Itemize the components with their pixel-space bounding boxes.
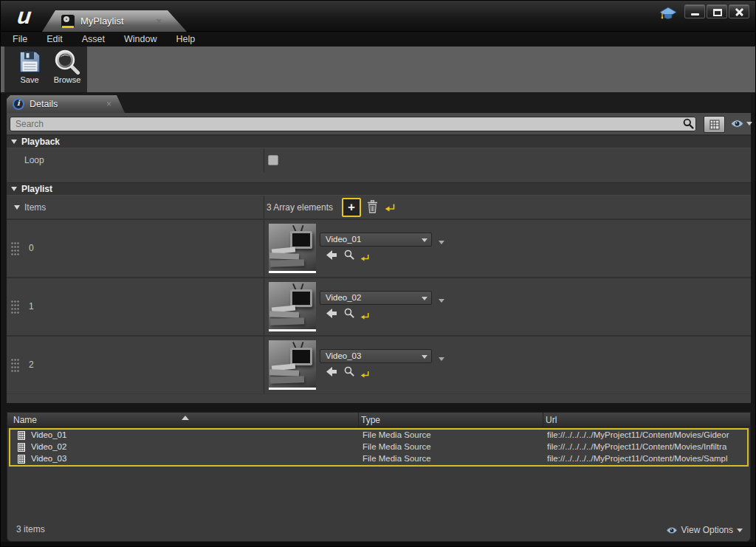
column-splitter[interactable] (264, 148, 264, 172)
menu-item-edit[interactable]: Edit (37, 32, 72, 47)
expand-arrow-icon (11, 187, 17, 191)
chevron-down-icon (422, 238, 427, 242)
element-index: 1 (29, 301, 34, 312)
drag-handle[interactable] (11, 300, 20, 314)
menu-item-asset[interactable]: Asset (72, 32, 114, 47)
close-tab-icon[interactable]: × (156, 16, 162, 27)
media-name: Video_02 (31, 442, 66, 451)
category-playback[interactable]: Playback (7, 135, 751, 148)
column-splitter[interactable] (264, 196, 264, 219)
use-selected-asset-button[interactable] (326, 366, 337, 380)
details-tab-label: Details (30, 99, 58, 109)
browse-to-asset-button[interactable] (344, 366, 354, 379)
column-header-type[interactable]: Type (361, 415, 380, 425)
unreal-logo: u (8, 1, 41, 30)
playlist-asset-icon (61, 15, 75, 28)
use-selected-asset-button[interactable] (326, 250, 337, 264)
media-row[interactable]: Video_02 File Media Source file://../../… (10, 441, 747, 453)
search-input[interactable] (10, 117, 696, 131)
selected-asset-label: Video_02 (326, 293, 361, 302)
selected-rows-group: Video_01 File Media Source file://../../… (9, 428, 749, 467)
asset-select-dropdown[interactable]: Video_01 (320, 233, 432, 247)
empty-array-button[interactable] (367, 200, 378, 216)
window-bottom-edge (1, 542, 756, 547)
media-row[interactable]: Video_01 File Media Source file://../../… (10, 430, 747, 441)
table-header: Name Type Url (7, 413, 750, 427)
use-selected-asset-button[interactable] (326, 308, 337, 322)
element-options-chevron-icon[interactable] (439, 241, 444, 244)
browse-to-asset-button[interactable] (344, 308, 354, 321)
column-splitter[interactable] (264, 220, 264, 277)
property-row-loop: Loop (7, 148, 751, 172)
element-options-chevron-icon[interactable] (439, 357, 444, 361)
display-filter-button[interactable] (730, 119, 752, 128)
element-index: 2 (29, 359, 34, 370)
column-header-name[interactable]: Name (13, 415, 37, 425)
column-divider[interactable] (543, 413, 543, 427)
details-info-icon (13, 98, 24, 110)
eye-icon (730, 119, 744, 128)
array-element-row: 0 Video_01 (7, 219, 751, 277)
asset-tab-myplaylist[interactable]: MyPlaylist × (42, 10, 187, 32)
chevron-down-icon (746, 122, 752, 125)
media-name: Video_01 (31, 430, 66, 439)
browse-button[interactable]: Browse (49, 48, 86, 91)
grid-icon (709, 120, 720, 130)
title-bar: u MyPlaylist × (1, 1, 756, 32)
asset-tab-label: MyPlaylist (80, 16, 124, 27)
column-header-url[interactable]: Url (546, 415, 557, 425)
expand-arrow-icon[interactable] (14, 205, 20, 210)
menu-item-help[interactable]: Help (166, 32, 205, 47)
media-row[interactable]: Video_03 File Media Source file://../../… (10, 453, 747, 465)
media-url: file://../../../../MyProject11/Content/M… (547, 454, 746, 463)
media-url: file://../../../../MyProject11/Content/M… (547, 442, 746, 451)
save-button[interactable]: Save (12, 48, 47, 91)
tab-details[interactable]: Details × (7, 95, 125, 113)
media-source-thumbnail[interactable] (269, 340, 316, 390)
floppy-disk-icon (17, 49, 42, 75)
toolbar: Save Browse (1, 47, 756, 94)
close-tab-icon[interactable]: × (106, 99, 111, 109)
media-source-icon (18, 431, 25, 440)
reset-to-default-icon[interactable] (385, 202, 395, 215)
column-divider[interactable] (358, 413, 359, 427)
reset-element-icon[interactable] (360, 309, 369, 323)
reset-element-icon[interactable] (360, 251, 369, 264)
column-splitter[interactable] (264, 337, 264, 393)
drag-handle[interactable] (11, 359, 20, 373)
asset-color-bar (269, 329, 316, 331)
browse-magnifier-icon (54, 49, 80, 75)
element-options-chevron-icon[interactable] (439, 299, 444, 303)
drag-handle[interactable] (11, 242, 20, 256)
asset-select-dropdown[interactable]: Video_02 (320, 291, 432, 305)
add-element-button[interactable]: + (342, 198, 361, 217)
tutorial-cap-icon[interactable] (659, 7, 677, 23)
maximize-button[interactable] (707, 4, 727, 18)
browse-to-asset-button[interactable] (344, 250, 354, 263)
asset-color-bar (269, 388, 316, 390)
details-panel: Details × (7, 94, 751, 403)
trash-icon (367, 200, 378, 213)
media-source-thumbnail[interactable] (269, 224, 316, 273)
media-url: file://../../../../MyProject11/Content/M… (547, 430, 746, 439)
media-name: Video_03 (31, 454, 66, 463)
media-source-thumbnail[interactable] (269, 282, 316, 331)
selected-asset-label: Video_03 (326, 351, 361, 360)
reset-element-icon[interactable] (360, 368, 369, 381)
media-type: File Media Source (362, 442, 431, 451)
minimize-button[interactable] (684, 4, 705, 18)
menu-item-file[interactable]: File (3, 32, 37, 47)
toolbar-asset-group: Save Browse (4, 47, 87, 92)
loop-checkbox[interactable] (268, 155, 278, 165)
grid-view-button[interactable] (704, 116, 725, 133)
asset-select-dropdown[interactable]: Video_03 (320, 349, 432, 363)
close-button[interactable] (729, 4, 749, 18)
details-tab-strip: Details × (7, 94, 751, 113)
category-playlist[interactable]: Playlist (7, 182, 751, 195)
menu-item-window[interactable]: Window (114, 32, 166, 47)
view-options-button[interactable]: View Options (666, 525, 743, 535)
selected-asset-label: Video_01 (326, 235, 361, 244)
media-source-icon (18, 443, 25, 452)
spacer (7, 172, 751, 182)
column-splitter[interactable] (264, 278, 264, 335)
